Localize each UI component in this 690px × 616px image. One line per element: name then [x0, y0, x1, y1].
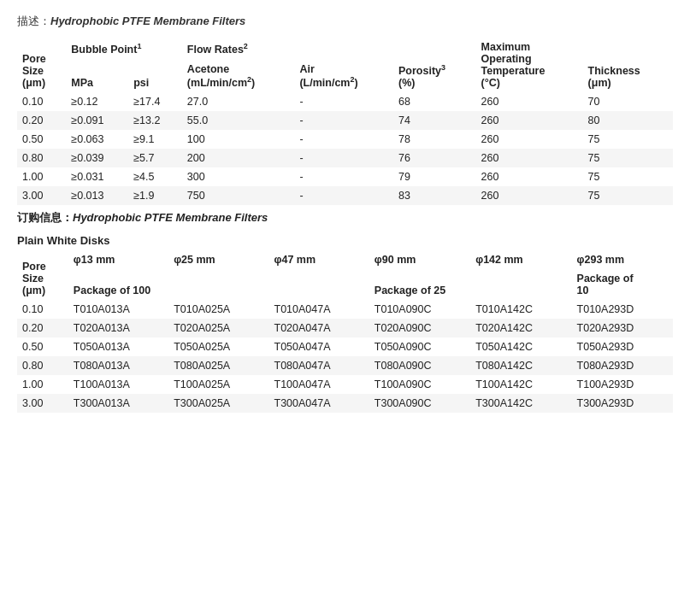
order-info-label: 订购信息： [17, 211, 73, 224]
order-p90: T080A090C [369, 356, 470, 375]
description-value: Hydrophobic PTFE Membrane Filters [50, 15, 245, 27]
col-header-acetone: Acetone(mL/min/cm2) [182, 59, 295, 92]
prop-air: - [294, 111, 393, 130]
prop-table-row: 3.00 ≥0.013 ≥1.9 750 - 83 260 75 [17, 186, 673, 205]
order-p13: T010A013A [68, 300, 168, 319]
prop-mpa: ≥0.12 [66, 92, 128, 111]
prop-pore: 0.10 [17, 92, 66, 111]
prop-table-row: 0.80 ≥0.039 ≥5.7 200 - 76 260 75 [17, 149, 673, 167]
order-p142: T080A142C [470, 356, 571, 375]
prop-pore: 3.00 [17, 186, 66, 205]
prop-mpa: ≥0.063 [66, 130, 128, 149]
order-p90: T010A090C [369, 300, 470, 319]
col-header-air: Air(L/min/cm2) [294, 59, 393, 92]
order-p90: T100A090C [369, 375, 470, 394]
prop-pore: 0.20 [17, 111, 66, 130]
prop-table-row: 0.10 ≥0.12 ≥17.4 27.0 - 68 260 70 [17, 92, 673, 111]
prop-psi: ≥1.9 [128, 186, 182, 205]
order-p142: T020A142C [470, 319, 571, 337]
order-pkg100: Package of 100 [68, 269, 369, 300]
prop-porosity: 68 [393, 92, 476, 111]
order-pore: 0.20 [17, 319, 68, 337]
prop-mpa: ≥0.013 [66, 186, 128, 205]
order-pkg25: Package of 25 [369, 269, 572, 300]
prop-pore: 0.50 [17, 130, 66, 149]
order-table-row: 1.00 T100A013A T100A025A T100A047A T100A… [17, 375, 673, 394]
prop-air: - [294, 92, 393, 111]
order-p293: T100A293D [572, 375, 673, 394]
order-p142: T100A142C [470, 375, 571, 394]
prop-psi: ≥17.4 [128, 92, 182, 111]
prop-thickness: 80 [583, 111, 673, 130]
prop-pore: 0.80 [17, 149, 66, 167]
order-p293: T080A293D [572, 356, 673, 375]
prop-temp: 260 [476, 167, 583, 186]
order-p25: T010A025A [168, 300, 268, 319]
prop-porosity: 83 [393, 186, 476, 205]
order-p13: T020A013A [68, 319, 168, 337]
order-table-row: 0.50 T050A013A T050A025A T050A047A T050A… [17, 337, 673, 356]
description-label: 描述： [17, 15, 50, 27]
order-col-phi293: φ293 mm [572, 250, 673, 269]
order-table-row: 0.80 T080A013A T080A025A T080A047A T080A… [17, 356, 673, 375]
prop-mpa: ≥0.039 [66, 149, 128, 167]
order-pkg10: Package of10 [572, 269, 673, 300]
order-p142: T300A142C [470, 394, 571, 413]
prop-temp: 260 [476, 111, 583, 130]
col-header-thickness: Thickness(μm) [583, 38, 673, 92]
prop-psi: ≥9.1 [128, 130, 182, 149]
order-p293: T020A293D [572, 319, 673, 337]
order-table-row: 3.00 T300A013A T300A025A T300A047A T300A… [17, 394, 673, 413]
order-p47: T080A047A [269, 356, 369, 375]
prop-psi: ≥4.5 [128, 167, 182, 186]
prop-acetone: 100 [182, 130, 295, 149]
prop-acetone: 200 [182, 149, 295, 167]
order-col-phi25: φ25 mm [168, 250, 268, 269]
prop-table-row: 0.50 ≥0.063 ≥9.1 100 - 78 260 75 [17, 130, 673, 149]
prop-table-row: 1.00 ≥0.031 ≥4.5 300 - 79 260 75 [17, 167, 673, 186]
col-header-psi: psi [128, 59, 182, 92]
prop-air: - [294, 186, 393, 205]
plain-white-disks-label: Plain White Disks [17, 234, 673, 247]
prop-table-row: 0.20 ≥0.091 ≥13.2 55.0 - 74 260 80 [17, 111, 673, 130]
prop-thickness: 75 [583, 186, 673, 205]
col-header-flow-rates: Flow Rates2 [182, 38, 393, 59]
order-p47: T100A047A [269, 375, 369, 394]
order-p142: T050A142C [470, 337, 571, 356]
prop-porosity: 78 [393, 130, 476, 149]
prop-psi: ≥5.7 [128, 149, 182, 167]
order-p293: T300A293D [572, 394, 673, 413]
order-pore: 0.80 [17, 356, 68, 375]
prop-acetone: 27.0 [182, 92, 295, 111]
order-pore: 3.00 [17, 394, 68, 413]
order-info-value: Hydrophobic PTFE Membrane Filters [73, 211, 268, 224]
order-p13: T080A013A [68, 356, 168, 375]
order-pore: 1.00 [17, 375, 68, 394]
order-p293: T010A293D [572, 300, 673, 319]
col-header-max-temp: MaximumOperatingTemperature(°C) [476, 38, 583, 92]
order-col-phi13: φ13 mm [68, 250, 168, 269]
order-p13: T300A013A [68, 394, 168, 413]
order-p47: T300A047A [269, 394, 369, 413]
prop-acetone: 55.0 [182, 111, 295, 130]
order-p47: T010A047A [269, 300, 369, 319]
col-header-pore-size: PoreSize(μm) [17, 38, 66, 92]
prop-temp: 260 [476, 186, 583, 205]
order-table: PoreSize(μm) φ13 mm φ25 mm φ47 mm φ90 mm… [17, 250, 673, 413]
order-col-phi142: φ142 mm [470, 250, 571, 269]
description-title: 描述：Hydrophobic PTFE Membrane Filters [17, 14, 673, 29]
order-p47: T020A047A [269, 319, 369, 337]
prop-temp: 260 [476, 130, 583, 149]
order-p13: T100A013A [68, 375, 168, 394]
prop-mpa: ≥0.031 [66, 167, 128, 186]
order-p90: T020A090C [369, 319, 470, 337]
order-pore: 0.50 [17, 337, 68, 356]
order-p47: T050A047A [269, 337, 369, 356]
order-p25: T300A025A [168, 394, 268, 413]
prop-air: - [294, 130, 393, 149]
properties-table: PoreSize(μm) Bubble Point1 Flow Rates2 P… [17, 38, 673, 205]
prop-air: - [294, 149, 393, 167]
order-p25: T100A025A [168, 375, 268, 394]
order-p90: T300A090C [369, 394, 470, 413]
col-header-porosity: Porosity3(%) [393, 38, 476, 92]
